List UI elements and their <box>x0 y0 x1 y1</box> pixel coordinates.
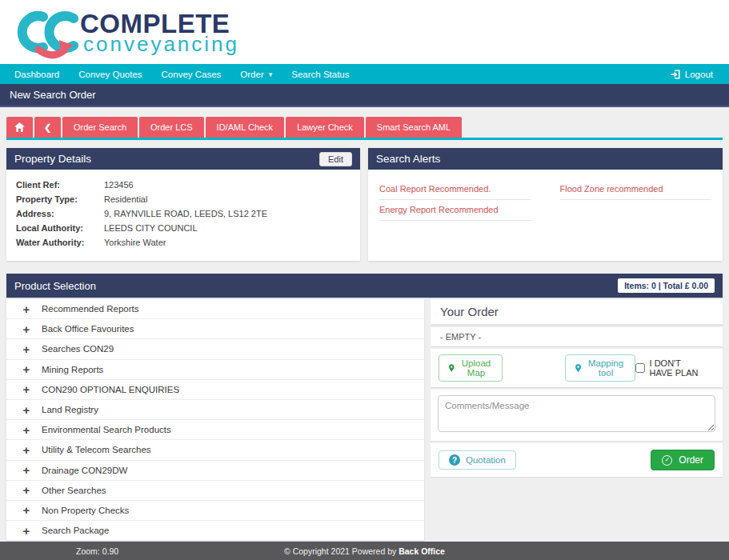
nav-item-convey-cases[interactable]: Convey Cases <box>152 64 231 84</box>
alert-coal-report: Coal Report Recommended. <box>379 179 531 200</box>
category-label: Searches CON29 <box>42 344 114 354</box>
product-selection-title: Product Selection <box>14 280 96 292</box>
category-label: CON290 OPTIONAL ENQUIRIES <box>42 385 179 394</box>
category-label: Recommended Reports <box>42 304 138 314</box>
tab-order-search[interactable]: Order Search <box>62 117 138 138</box>
logout-button[interactable]: Logout <box>654 70 729 79</box>
category-label: Mining Reports <box>42 365 103 374</box>
property-details-header: Property Details Edit <box>6 148 360 170</box>
field-value: 9, RAYNVILLE ROAD, LEEDS, LS12 2TE <box>104 209 267 218</box>
nav-item-order-label: Order <box>240 70 263 79</box>
category-environmental-search-products[interactable]: +Environmental Search Products <box>6 420 424 440</box>
page-title-bar: New Search Order <box>0 84 729 107</box>
back-icon: ❮ <box>44 122 51 133</box>
plus-icon: + <box>21 444 32 456</box>
order-button-label: Order <box>679 454 703 466</box>
category-label: Drainage CON29DW <box>42 466 127 475</box>
category-other-searches[interactable]: +Other Searches <box>6 481 424 501</box>
map-pin-icon <box>575 362 581 374</box>
your-order-panel: Your Order - EMPTY - Upload Map Mapping … <box>431 299 723 541</box>
property-field-water-authority: Water Authority: Yorkshire Water <box>16 235 350 250</box>
category-label: Back Office Favourites <box>42 324 134 334</box>
category-search-package[interactable]: +Search Package <box>6 521 424 541</box>
category-drainage-con29dw[interactable]: +Drainage CON29DW <box>6 461 424 481</box>
upload-map-button[interactable]: Upload Map <box>439 354 503 382</box>
category-utility-telecom-searches[interactable]: +Utility & Telecom Searches <box>6 440 424 460</box>
property-details-panel: Property Details Edit Client Ref: 123456… <box>6 148 360 261</box>
logout-label: Logout <box>685 70 713 79</box>
plus-icon: + <box>21 525 32 537</box>
tab-order-lcs[interactable]: Order LCS <box>139 117 204 138</box>
content-area: ❮ Order Search Order LCS ID/AML Check La… <box>0 107 729 541</box>
check-circle-icon: ✓ <box>662 455 672 466</box>
field-value: Residential <box>104 194 147 204</box>
plus-icon: + <box>21 343 32 355</box>
no-plan-checkbox-group: I DON'T HAVE PLAN <box>635 358 715 378</box>
category-non-property-checks[interactable]: +Non Property Checks <box>6 501 424 521</box>
nav-item-convey-quotes[interactable]: Convey Quotes <box>69 64 151 84</box>
search-alerts-header: Search Alerts <box>368 148 723 170</box>
top-navbar: Dashboard Convey Quotes Convey Cases Ord… <box>0 64 729 84</box>
back-tab[interactable]: ❮ <box>34 117 61 138</box>
quotation-button[interactable]: ? Quotation <box>439 450 516 470</box>
category-label: Non Property Checks <box>42 506 129 515</box>
property-field-address: Address: 9, RAYNVILLE ROAD, LEEDS, LS12 … <box>16 206 350 221</box>
field-label: Property Type: <box>16 194 104 204</box>
plus-icon: + <box>21 464 32 476</box>
chevron-down-icon: ▾ <box>269 70 273 78</box>
plus-icon: + <box>21 303 32 315</box>
plus-icon: + <box>21 404 32 416</box>
nav-item-dashboard[interactable]: Dashboard <box>0 64 69 84</box>
field-label: Client Ref: <box>16 180 104 190</box>
question-icon: ? <box>449 454 460 466</box>
category-label: Land Registry <box>42 405 98 414</box>
logo: COMPLETE conveyancing <box>6 5 239 59</box>
category-land-registry[interactable]: +Land Registry <box>6 400 424 420</box>
home-tab[interactable] <box>6 117 33 138</box>
tab-id-aml-check[interactable]: ID/AML Check <box>206 117 285 138</box>
zoom-level: Zoom: 0.90 <box>76 546 118 556</box>
plus-icon: + <box>21 323 32 335</box>
logout-icon <box>670 70 680 79</box>
property-details-title: Property Details <box>14 153 91 165</box>
copyright-brand: Back Office <box>399 546 445 556</box>
copyright-prefix: © Copyright 2021 Powered by <box>284 546 399 556</box>
nav-item-order[interactable]: Order ▾ <box>230 64 282 84</box>
your-order-title: Your Order <box>431 299 723 325</box>
property-field-property-type: Property Type: Residential <box>16 192 350 206</box>
field-value: Yorkshire Water <box>104 238 166 247</box>
quotation-label: Quotation <box>466 455 506 465</box>
alert-flood-zone: Flood Zone recommended <box>560 179 712 200</box>
category-con290-optional-enquiries[interactable]: +CON290 OPTIONAL ENQUIRIES <box>6 380 424 400</box>
property-field-client-ref: Client Ref: 123456 <box>16 178 350 192</box>
category-back-office-favourites[interactable]: +Back Office Favourites <box>6 319 424 339</box>
field-label: Water Authority: <box>16 238 104 247</box>
category-label: Other Searches <box>42 486 106 495</box>
tab-lawyer-check[interactable]: Lawyer Check <box>286 117 364 138</box>
property-field-local-authority: Local Authority: LEEDS CITY COUNCIL <box>16 221 350 235</box>
product-category-list: +Recommended Reports +Back Office Favour… <box>6 299 424 541</box>
field-value: LEEDS CITY COUNCIL <box>104 223 198 233</box>
plus-icon: + <box>21 504 32 516</box>
tab-smart-search-aml[interactable]: Smart Search AML <box>366 117 462 138</box>
search-alerts-panel: Search Alerts Coal Report Recommended. F… <box>368 148 723 261</box>
category-label: Utility & Telecom Searches <box>42 445 151 454</box>
page-title: New Search Order <box>10 89 96 101</box>
home-icon <box>14 122 25 132</box>
field-label: Local Authority: <box>16 223 104 233</box>
plus-icon: + <box>21 424 32 436</box>
category-searches-con29[interactable]: +Searches CON29 <box>6 339 424 359</box>
mapping-tool-button[interactable]: Mapping tool <box>565 354 635 382</box>
no-plan-checkbox[interactable] <box>635 363 645 373</box>
comments-textarea[interactable] <box>438 395 715 432</box>
search-alerts-title: Search Alerts <box>376 153 440 165</box>
category-mining-reports[interactable]: +Mining Reports <box>6 360 424 380</box>
masthead: COMPLETE conveyancing <box>0 0 729 64</box>
edit-button[interactable]: Edit <box>319 152 352 166</box>
brand-name-bottom: conveyancing <box>80 34 239 54</box>
category-recommended-reports[interactable]: +Recommended Reports <box>6 299 424 319</box>
plus-icon: + <box>21 383 32 395</box>
nav-item-search-status[interactable]: Search Status <box>282 64 358 84</box>
order-button[interactable]: ✓ Order <box>651 450 715 470</box>
category-label: Search Package <box>42 526 109 535</box>
